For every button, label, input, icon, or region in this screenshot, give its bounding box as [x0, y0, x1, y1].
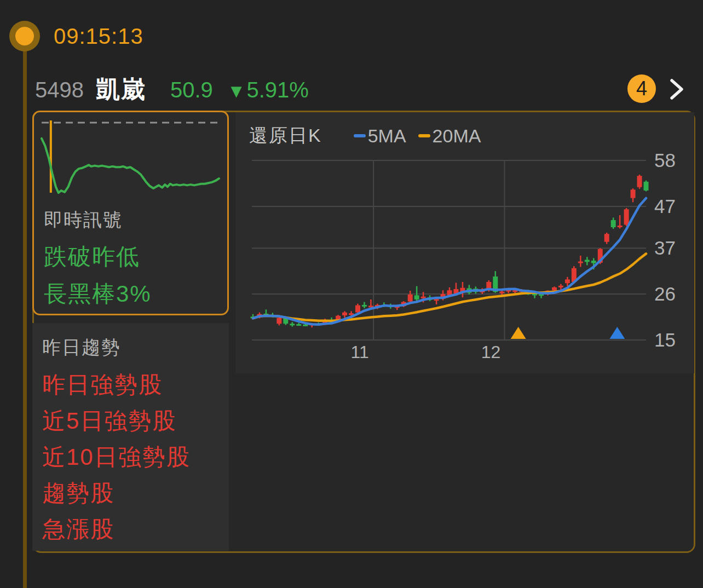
realtime-signal-panel[interactable]: 即時訊號 跌破昨低 長黑棒3%	[32, 111, 229, 315]
ma20-dash-icon	[418, 134, 430, 137]
daily-kline-panel: 58473726151112 還原日K 5MA 20MA	[235, 112, 694, 373]
timeline-bar	[23, 36, 27, 588]
app-screen: 09:15:13 5498 凱崴 50.9 ▼5.91% 4 即時訊號 跌破昨低…	[0, 0, 703, 588]
trend-link-5day-strong[interactable]: 近5日強勢股	[42, 406, 176, 436]
svg-text:47: 47	[654, 195, 676, 217]
signal-panel-title: 即時訊號	[44, 207, 123, 233]
stock-code: 5498	[35, 78, 84, 102]
chart-legend: 5MA 20MA	[354, 125, 493, 147]
svg-text:58: 58	[654, 149, 676, 171]
legend-ma20: 20MA	[418, 125, 481, 147]
ma5-dash-icon	[354, 134, 366, 137]
timeline-node-core	[15, 27, 34, 45]
chart-header: 還原日K 5MA 20MA	[249, 123, 493, 148]
notification-badge[interactable]: 4	[627, 74, 656, 103]
trend-panel-title: 昨日趨勢	[42, 335, 121, 360]
signal-item: 跌破昨低	[44, 241, 140, 272]
trend-link-10day-strong[interactable]: 近10日強勢股	[42, 442, 191, 472]
signal-item: 長黑棒3%	[44, 279, 152, 309]
svg-text:11: 11	[351, 342, 369, 362]
stock-change: ▼5.91%	[227, 78, 309, 102]
chart-title: 還原日K	[249, 123, 322, 148]
svg-text:15: 15	[654, 329, 676, 350]
chevron-right-icon[interactable]	[668, 77, 685, 102]
trend-link-trend-stocks[interactable]: 趨勢股	[42, 478, 114, 509]
stock-name: 凱崴	[96, 73, 146, 106]
timeline-node-icon	[9, 21, 40, 51]
intraday-mini-chart	[34, 112, 227, 205]
signal-timestamp: 09:15:13	[54, 24, 143, 49]
down-triangle-icon: ▼	[227, 80, 246, 101]
svg-text:12: 12	[481, 342, 501, 362]
legend-ma5: 5MA	[354, 125, 406, 147]
svg-text:37: 37	[654, 237, 676, 258]
stock-header[interactable]: 5498 凱崴 50.9 ▼5.91%	[35, 73, 309, 106]
svg-text:26: 26	[654, 283, 676, 304]
trend-link-surge-stocks[interactable]: 急漲股	[42, 514, 114, 545]
candlestick-chart[interactable]: 58473726151112	[235, 112, 694, 373]
change-percent: 5.91%	[247, 78, 309, 102]
trend-link-yesterday-strong[interactable]: 昨日強勢股	[42, 370, 163, 400]
stock-price: 50.9	[170, 78, 213, 102]
yesterday-trend-panel: 昨日趨勢 昨日強勢股 近5日強勢股 近10日強勢股 趨勢股 急漲股	[32, 323, 229, 551]
